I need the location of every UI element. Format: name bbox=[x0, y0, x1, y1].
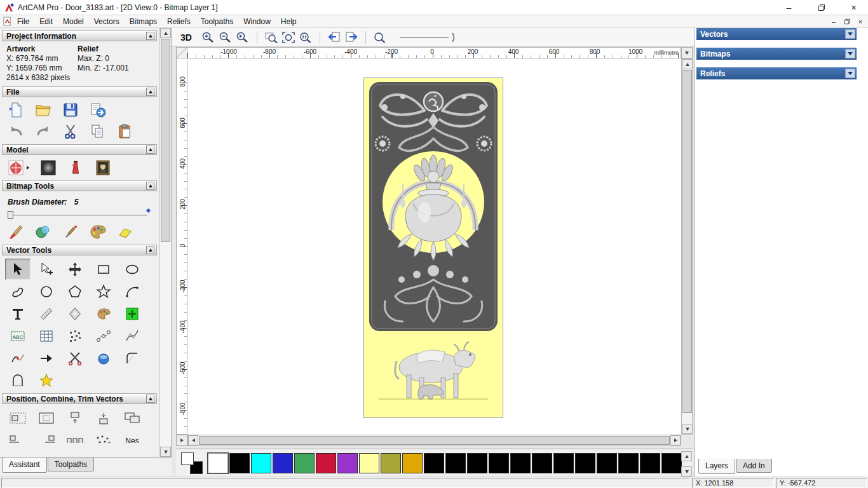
collapse-project-info-button[interactable] bbox=[146, 32, 154, 40]
snap-grid-toggle[interactable] bbox=[119, 303, 145, 324]
node-edit-tool[interactable] bbox=[34, 259, 59, 280]
scroll-up-button[interactable] bbox=[160, 28, 171, 38]
scroll-down-button[interactable] bbox=[160, 447, 171, 457]
menu-bitmaps[interactable]: Bitmaps bbox=[125, 16, 162, 27]
open-file-icon[interactable] bbox=[35, 102, 51, 118]
measure-tool[interactable] bbox=[34, 303, 59, 324]
switch-to-3d-button[interactable]: 3D bbox=[180, 32, 192, 43]
zoom-to-object-icon[interactable] bbox=[264, 31, 278, 44]
create-arc-tool[interactable] bbox=[119, 281, 145, 302]
palette-swatch[interactable] bbox=[661, 453, 682, 473]
transform-vectors-tool[interactable] bbox=[62, 259, 88, 280]
tab-layers[interactable]: Layers bbox=[698, 459, 735, 474]
zoom-out-icon[interactable] bbox=[219, 31, 233, 44]
palette-swatch[interactable] bbox=[359, 453, 379, 473]
palette-swatch[interactable] bbox=[316, 453, 336, 473]
new-model-icon[interactable] bbox=[8, 102, 24, 118]
paint-brush-icon[interactable] bbox=[8, 224, 24, 240]
model-dropdown-icon[interactable] bbox=[27, 166, 29, 170]
paste-along-curve-tool[interactable] bbox=[62, 325, 88, 346]
menu-edit[interactable]: Edit bbox=[34, 16, 58, 27]
palette-swatch[interactable] bbox=[273, 453, 293, 473]
palette-swatch[interactable] bbox=[553, 453, 574, 473]
brush-diameter-slider[interactable] bbox=[8, 210, 147, 219]
restore-button[interactable] bbox=[807, 0, 836, 15]
import-export-model-icon[interactable] bbox=[90, 102, 106, 118]
palette-swatch[interactable] bbox=[489, 453, 509, 473]
palette-swatch[interactable] bbox=[229, 453, 250, 473]
tab-assistant[interactable]: Assistant bbox=[2, 458, 47, 473]
child-minimize-button[interactable]: – bbox=[828, 17, 839, 26]
eraser-icon[interactable] bbox=[117, 224, 133, 240]
fillet-tool[interactable] bbox=[119, 348, 145, 369]
create-polyline-tool[interactable] bbox=[5, 281, 31, 302]
palette-swatch[interactable] bbox=[640, 453, 660, 473]
collapse-bitmap-tools-button[interactable] bbox=[146, 182, 154, 190]
trim-vectors-tool[interactable] bbox=[62, 348, 88, 369]
menu-model[interactable]: Model bbox=[58, 16, 89, 27]
adjust-model-icon[interactable] bbox=[8, 159, 24, 176]
create-rectangle-tool[interactable] bbox=[91, 259, 116, 280]
align-left-tool[interactable] bbox=[5, 430, 31, 443]
load-image-icon[interactable] bbox=[95, 159, 111, 176]
offset-vector-tool[interactable] bbox=[62, 303, 88, 324]
artwork-bitmap[interactable] bbox=[363, 78, 503, 418]
scatter-copies-tool[interactable] bbox=[91, 430, 116, 443]
scroll-down-button[interactable] bbox=[682, 424, 693, 434]
canvas-horizontal-scrollbar[interactable] bbox=[187, 435, 681, 446]
undo-icon[interactable] bbox=[8, 123, 24, 140]
reliefs-section-header[interactable]: Reliefs bbox=[696, 67, 857, 79]
previous-view-icon[interactable] bbox=[327, 31, 341, 44]
zoom-to-fit-icon[interactable] bbox=[281, 31, 295, 44]
menu-reliefs[interactable]: Reliefs bbox=[162, 16, 196, 27]
nesting-tool[interactable]: Nes bbox=[119, 430, 145, 443]
minimize-button[interactable]: – bbox=[775, 0, 803, 15]
zoom-window-icon[interactable] bbox=[373, 31, 387, 44]
create-arch-tool[interactable] bbox=[5, 370, 31, 391]
units-dropdown-button[interactable] bbox=[681, 47, 693, 58]
palette-swatch[interactable] bbox=[575, 453, 595, 473]
block-copy-tool[interactable] bbox=[34, 325, 59, 346]
palette-swatch[interactable] bbox=[294, 453, 315, 473]
palette-swatch[interactable] bbox=[467, 453, 487, 473]
cut-icon[interactable] bbox=[62, 123, 79, 140]
paste-icon[interactable] bbox=[117, 123, 133, 140]
zoom-previous-icon[interactable] bbox=[236, 31, 250, 44]
vector-paint-tool[interactable] bbox=[91, 303, 116, 324]
scroll-thumb[interactable] bbox=[682, 70, 692, 413]
create-star-tool[interactable] bbox=[91, 281, 116, 302]
vectors-section-header[interactable]: Vectors bbox=[696, 28, 857, 40]
center-in-page-tool[interactable] bbox=[5, 407, 31, 428]
palette-scrollbar[interactable] bbox=[681, 450, 693, 477]
fit-curve-tool[interactable] bbox=[119, 325, 145, 346]
draw-icon[interactable] bbox=[62, 224, 79, 240]
palette-swatch[interactable] bbox=[337, 453, 358, 473]
pane-splitter-button[interactable] bbox=[176, 435, 187, 446]
save-file-icon[interactable] bbox=[62, 102, 79, 118]
canvas-vertical-scrollbar[interactable] bbox=[681, 58, 693, 435]
slider-handle[interactable] bbox=[8, 211, 13, 219]
child-close-button[interactable]: × bbox=[855, 17, 866, 26]
scroll-thumb[interactable] bbox=[199, 436, 670, 445]
palette-swatch[interactable] bbox=[597, 453, 617, 473]
menu-vectors[interactable]: Vectors bbox=[89, 16, 125, 27]
palette-swatch[interactable] bbox=[381, 453, 401, 473]
interpolate-relief-tool[interactable] bbox=[91, 348, 116, 369]
wrap-star-tool[interactable] bbox=[34, 370, 59, 391]
scroll-right-button[interactable] bbox=[670, 435, 681, 445]
scroll-up-button[interactable] bbox=[682, 59, 693, 69]
create-text-tool[interactable] bbox=[5, 303, 31, 324]
lighthouse-wizard-icon[interactable] bbox=[67, 159, 84, 176]
create-polygon-tool[interactable] bbox=[62, 281, 88, 302]
create-ellipse-tool[interactable] bbox=[119, 259, 145, 280]
collapse-model-button[interactable] bbox=[146, 146, 154, 154]
child-restore-button[interactable] bbox=[841, 17, 853, 26]
close-button[interactable]: × bbox=[839, 0, 868, 15]
palette-scroll-down-button[interactable] bbox=[681, 466, 692, 477]
palette-swatch[interactable] bbox=[402, 453, 423, 473]
select-vectors-tool[interactable] bbox=[5, 259, 31, 280]
palette-scroll-up-button[interactable] bbox=[681, 451, 692, 461]
next-view-icon[interactable] bbox=[344, 31, 358, 44]
align-corner-tool[interactable] bbox=[119, 407, 145, 428]
collapse-vector-tools-button[interactable] bbox=[146, 246, 154, 254]
